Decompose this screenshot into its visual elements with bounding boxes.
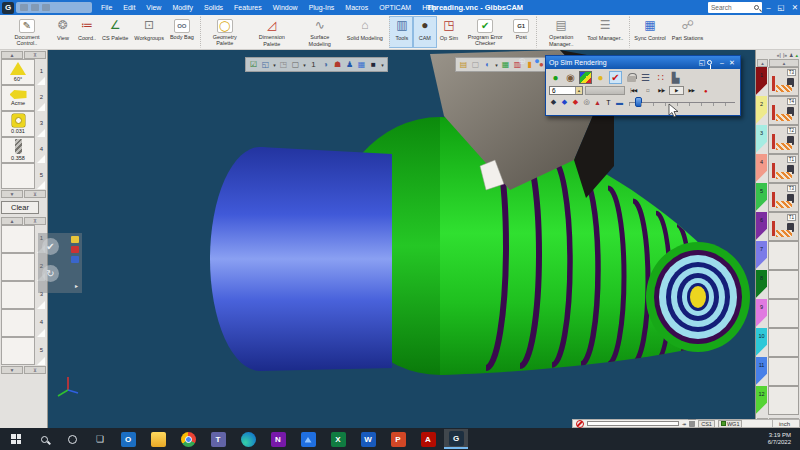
cascade-view-icon[interactable]: ◳: [278, 59, 289, 70]
quick-access-icon[interactable]: [31, 4, 39, 11]
operation-marker[interactable]: 3: [756, 125, 767, 154]
expand-button[interactable]: ⊻: [24, 366, 46, 374]
sim-colors-icon[interactable]: ▦: [500, 59, 511, 70]
taskbar-outlook[interactable]: O: [116, 429, 140, 449]
cortana-button[interactable]: [60, 429, 84, 449]
taskbar-clock[interactable]: 3:19 PM 6/7/2022: [768, 432, 796, 447]
operation-marker[interactable]: 4: [756, 154, 767, 183]
operation-tile[interactable]: T4: [768, 96, 799, 125]
do-it-button[interactable]: ✔: [42, 238, 59, 255]
operation-marker[interactable]: 7: [756, 241, 767, 270]
quick-access-icon[interactable]: [42, 4, 50, 11]
operation-tile[interactable]: T3: [768, 67, 799, 96]
process-tile[interactable]: 2: [1, 253, 35, 281]
tool-tile[interactable]: Acme 2: [1, 85, 35, 111]
menu-item[interactable]: File: [100, 4, 113, 11]
menu-item[interactable]: Window: [272, 4, 299, 11]
status-lights-icon[interactable]: ∷: [654, 71, 667, 84]
dropdown-icon[interactable]: ▾: [272, 59, 277, 70]
zoom-icon[interactable]: ⊕: [516, 55, 528, 67]
app-icon[interactable]: G: [2, 2, 14, 14]
dialog-title-bar[interactable]: Op Sim Rendering ◱ – ✕: [546, 56, 740, 69]
dimension-palette-button[interactable]: ◿ Dimension Palette: [248, 16, 296, 48]
spinner-up-icon[interactable]: ▲: [575, 87, 582, 94]
search-input[interactable]: Search: [708, 2, 762, 13]
tool-tile[interactable]: 0.358 4: [1, 137, 35, 163]
post-button[interactable]: G1 Post: [509, 16, 533, 48]
taskbar-powerpoint[interactable]: P: [386, 429, 410, 449]
operation-tile[interactable]: [768, 357, 799, 386]
clear-button[interactable]: Clear: [1, 201, 39, 214]
machine-sim-icon[interactable]: ▙: [669, 71, 682, 84]
taskbar-search-button[interactable]: [32, 429, 56, 449]
shaded-render-icon[interactable]: ●: [549, 71, 562, 84]
show-target-icon[interactable]: ◎: [582, 98, 591, 107]
menu-item[interactable]: Modify: [171, 4, 194, 11]
file-icon-yellow[interactable]: [71, 236, 79, 243]
operation-tile[interactable]: T1: [768, 154, 799, 183]
show-overcut-icon[interactable]: ▲: [593, 98, 602, 107]
scroll-up-button[interactable]: ▲: [769, 59, 799, 67]
frame-number-input[interactable]: 6 ▲: [549, 86, 583, 95]
operation-marker[interactable]: 1: [756, 67, 767, 96]
sync-prev-icon[interactable]: «|: [777, 52, 781, 58]
operation-tile[interactable]: [768, 299, 799, 328]
operation-manager-button[interactable]: ▤ Operation Manager..: [536, 16, 584, 48]
select-mode-icon[interactable]: ☑: [248, 59, 259, 70]
go-to-start-button[interactable]: |◀◀: [627, 86, 640, 95]
start-button[interactable]: [4, 429, 28, 449]
operation-marker[interactable]: 9: [756, 299, 767, 328]
tool-tile[interactable]: 5: [1, 163, 35, 189]
solid-view-icon[interactable]: ■: [368, 59, 379, 70]
scroll-down-button[interactable]: ▼: [1, 190, 23, 198]
window-views-icon[interactable]: ◱: [260, 59, 271, 70]
operation-marker[interactable]: 8: [756, 270, 767, 299]
taskbar-teams[interactable]: T: [206, 429, 230, 449]
tool-manager-button[interactable]: ☰ Tool Manager..: [584, 16, 626, 48]
trash-icon[interactable]: [689, 421, 695, 427]
taskbar-edge[interactable]: [236, 429, 260, 449]
taskbar-acrobat[interactable]: A: [416, 429, 440, 449]
process-tile[interactable]: 1: [1, 225, 35, 253]
minimize-button[interactable]: –: [766, 3, 770, 12]
scroll-up-button[interactable]: ▲: [757, 59, 768, 67]
single-view-icon[interactable]: ▢: [290, 59, 301, 70]
file-icon-red[interactable]: [71, 246, 79, 253]
up-green-icon[interactable]: ▴: [795, 52, 798, 58]
tool-visibility-icon[interactable]: ♟: [344, 59, 355, 70]
play-button[interactable]: ▶: [669, 86, 684, 95]
fast-forward-button[interactable]: ▶▶: [685, 86, 698, 95]
operation-tile[interactable]: T1: [768, 212, 799, 241]
operation-marker[interactable]: 10: [756, 328, 767, 357]
sphere-icon[interactable]: ●: [531, 55, 543, 67]
collapse-button[interactable]: ⊼: [24, 217, 46, 225]
alarm-icon[interactable]: ●: [594, 71, 607, 84]
taskbar-word[interactable]: W: [356, 429, 380, 449]
menu-item[interactable]: Plug-Ins: [308, 4, 336, 11]
show-rapid-icon[interactable]: ◆: [549, 98, 558, 107]
redo-button[interactable]: ↻: [42, 265, 59, 282]
operation-tile[interactable]: [768, 270, 799, 299]
stop-button[interactable]: □: [641, 86, 654, 95]
quick-access-toolbar[interactable]: [16, 2, 92, 13]
machine-view-icon[interactable]: ◐: [482, 59, 493, 70]
operation-tile[interactable]: [768, 386, 799, 415]
grid-icon[interactable]: ▦: [356, 59, 367, 70]
geometry-palette-button[interactable]: ◯ Geometry Palette: [200, 16, 248, 48]
operation-tile[interactable]: T3: [768, 183, 799, 212]
sync-control-button[interactable]: ▦ Sync Control: [629, 16, 669, 48]
taskbar-excel[interactable]: X: [326, 429, 350, 449]
arrows-icon[interactable]: ↠: [682, 421, 686, 427]
cs-selector-button[interactable]: CS1: [698, 420, 715, 428]
operation-tile[interactable]: [768, 241, 799, 270]
tool-tile[interactable]: 0.031 3: [1, 111, 35, 137]
workgroups-button[interactable]: ⊡ Workgroups: [131, 16, 167, 48]
taskbar-gibbscam[interactable]: G: [444, 429, 468, 449]
menu-item[interactable]: Features: [233, 4, 263, 11]
expand-button[interactable]: ⊻: [24, 190, 46, 198]
operation-tile[interactable]: T2: [768, 125, 799, 154]
scroll-up-button[interactable]: ▲: [1, 217, 23, 225]
stock-display-icon[interactable]: ▤: [458, 59, 469, 70]
operation-marker[interactable]: 6: [756, 212, 767, 241]
taskbar-onenote[interactable]: N: [266, 429, 290, 449]
